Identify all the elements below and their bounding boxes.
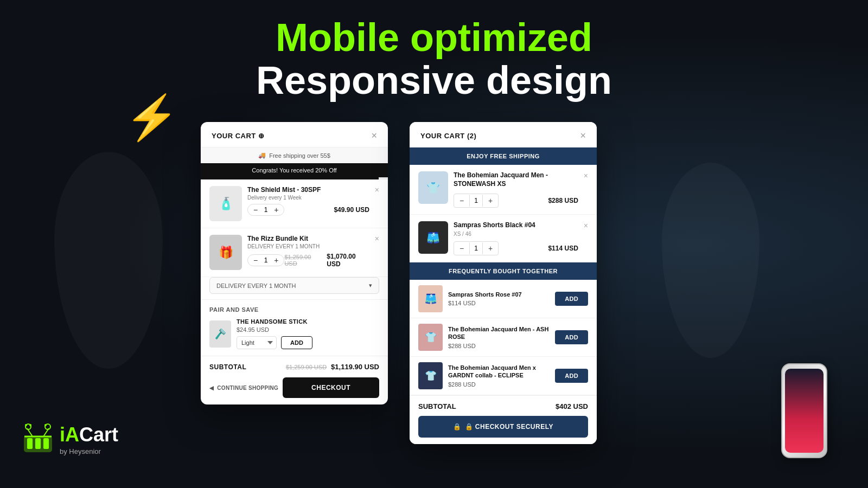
cart-left-title: YOUR CART ⊕ [212,132,264,140]
right-item2-image: 🩳 [418,221,448,254]
discount-text: Congrats! You received 20% Off [252,167,336,174]
logo-section: iACart by Heysenior [22,423,118,455]
checkout-securely-button[interactable]: 🔒 🔒 CHECKOUT SECURELY [418,416,588,438]
right-item-1: 👕 The Bohemian Jacquard Men - STONEWASH … [410,165,597,215]
continue-shopping-button[interactable]: ◀ CONTINUE SHOPPING [209,377,278,398]
phone-body [781,363,827,458]
item2-price-original: $1,259.00 USD [284,254,323,267]
fbt-item2-price: $288 USD [448,343,550,349]
right-item2-sub: XS / 46 [454,231,578,237]
right-item2-qty-control: − 1 + [454,241,499,255]
pair-add-button[interactable]: ADD [281,336,312,349]
delivery-select-chevron: ▾ [369,282,372,289]
fbt-item1-price: $114 USD [448,300,550,306]
item2-qty-decrease[interactable]: − [253,256,258,264]
fbt-item-1: 🩳 Sampras Shorts Rose #07 $114 USD ADD [410,280,597,318]
fbt-item3-add[interactable]: ADD [555,369,588,383]
svg-rect-1 [27,438,33,449]
right-item1-increase[interactable]: + [483,194,498,207]
subtotal-original: $1,259.00 USD [286,364,327,370]
lock-icon: 🔒 [453,423,462,431]
item1-qty-increase[interactable]: + [274,206,278,214]
cart-left-footer: SUBTOTAL $1,259.00 USD $1,119.90 USD ◀ C… [201,356,388,404]
cart-right-panel: YOUR CART (2) × ENJOY FREE SHIPPING 👕 Th… [410,122,597,444]
pair-variant-select[interactable]: Light Medium Dark [237,336,277,349]
item2-qty-increase[interactable]: + [274,256,278,264]
fbt-item2-add[interactable]: ADD [555,330,588,344]
enjoy-shipping-text: ENJOY FREE SHIPPING [467,153,540,159]
fbt-item3-info: The Bohemian Jacquard Men x GARDNT colla… [448,364,550,388]
cart-left-header: YOUR CART ⊕ × [201,122,388,147]
phone-mockup [781,363,835,472]
item2-image: 🎁 [209,235,242,270]
item1-qty-row: − 1 + $49.90 USD [247,204,369,216]
delivery-select[interactable]: DELIVERY EVERY 1 MONTH ▾ [209,277,379,294]
svg-rect-2 [35,438,41,449]
subtotal-sale: $1,119.90 USD [331,363,379,371]
fbt-item2-info: The Bohemian Jacquard Men - ASH ROSE $28… [448,325,550,349]
item2-qty-value: 1 [262,256,270,264]
right-item1-name: The Bohemian Jacquard Men - STONEWASH XS [454,171,578,188]
item1-remove[interactable]: × [375,186,379,194]
cart-right-close[interactable]: × [580,131,586,140]
fbt-item1-name: Sampras Shorts Rose #07 [448,291,550,298]
cart-left-panel: YOUR CART ⊕ × 🚚 Free shipping over 55$ C… [201,122,388,404]
fbt-item3-image: 👕 [418,362,443,389]
hero-line1: Mobile optimized [0,16,868,59]
right-item2-remove[interactable]: × [584,221,588,230]
logo-cart-icon [22,423,54,455]
item1-price: $49.90 USD [334,206,369,214]
pair-item-details: THE HANDSOME STICK $24.95 USD Light Medi… [237,318,312,349]
item1-qty-control: − 1 + [247,204,284,216]
item1-sub: Delivery every 1 Week [247,195,369,201]
fbt-item1-add[interactable]: ADD [555,292,588,306]
enjoy-shipping-bar: ENJOY FREE SHIPPING [410,147,597,165]
subtotal-row: SUBTOTAL $1,259.00 USD $1,119.90 USD [209,363,379,371]
free-shipping-bar: 🚚 Free shipping over 55$ [201,147,388,163]
subtotal-label: SUBTOTAL [209,363,246,371]
item2-price-sale: $1,070.00 USD [327,253,369,268]
checkout-button[interactable]: CHECKOUT [283,377,379,398]
lightning-icon: ⚡ [125,92,179,143]
pair-save-section: PAIR AND SAVE 🪒 THE HANDSOME STICK $24.9… [201,299,388,356]
right-item2-decrease[interactable]: − [454,242,469,255]
pair-controls: Light Medium Dark ADD [237,336,312,349]
cart-item-2: 🎁 The Rizz Bundle Kit DELIVERY EVERY 1 M… [201,228,388,277]
delivery-select-label: DELIVERY EVERY 1 MONTH [216,282,296,289]
fbt-bar: FREQUENTLY BOUGHT TOGETHER [410,262,597,280]
logo-text: iACart by Heysenior [60,423,118,455]
item2-prices: $1,259.00 USD $1,070.00 USD [284,253,369,268]
item1-qty-decrease[interactable]: − [253,206,258,214]
right-item2-price: $114 USD [548,245,578,252]
phone-screen [785,369,824,453]
svg-point-11 [44,424,47,426]
right-subtotal-row: SUBTOTAL $402 USD [418,402,588,410]
continue-label: CONTINUE SHOPPING [217,385,278,391]
fbt-item2-name: The Bohemian Jacquard Men - ASH ROSE [448,325,550,341]
free-shipping-text: Free shipping over 55$ [269,152,330,159]
right-item1-qty: 1 [469,195,483,207]
right-item2-qty: 1 [469,242,483,254]
item2-qty-control: − 1 + [247,254,284,266]
right-item1-decrease[interactable]: − [454,194,469,207]
item1-name: The Shield Mist - 30SPF [247,186,369,194]
right-item1-remove[interactable]: × [584,171,588,180]
right-item1-info: The Bohemian Jacquard Men - STONEWASH XS… [454,171,578,208]
cart-right-header: YOUR CART (2) × [410,122,597,147]
right-item1-image: 👕 [418,171,448,204]
cart-left-close[interactable]: × [371,131,377,140]
item2-remove[interactable]: × [375,235,379,242]
cart-actions: ◀ CONTINUE SHOPPING CHECKOUT [209,377,379,398]
truck-icon: 🚚 [258,152,266,159]
item2-qty-row: − 1 + $1,259.00 USD $1,070.00 USD [247,253,369,268]
right-item2-name: Sampras Shorts Black #04 [454,221,578,230]
pair-item-image: 🪒 [209,320,231,348]
fbt-item1-info: Sampras Shorts Rose #07 $114 USD [448,291,550,306]
pair-save-label: PAIR AND SAVE [209,306,379,313]
right-item2-info: Sampras Shorts Black #04 XS / 46 − 1 + $… [454,221,578,255]
cart-right-title: YOUR CART (2) [420,132,476,140]
right-item1-qty-control: − 1 + [454,194,499,208]
right-item2-increase[interactable]: + [483,242,498,255]
cart-right-footer: SUBTOTAL $402 USD 🔒 🔒 CHECKOUT SECURELY [410,395,597,444]
fbt-label: FREQUENTLY BOUGHT TOGETHER [449,268,558,274]
